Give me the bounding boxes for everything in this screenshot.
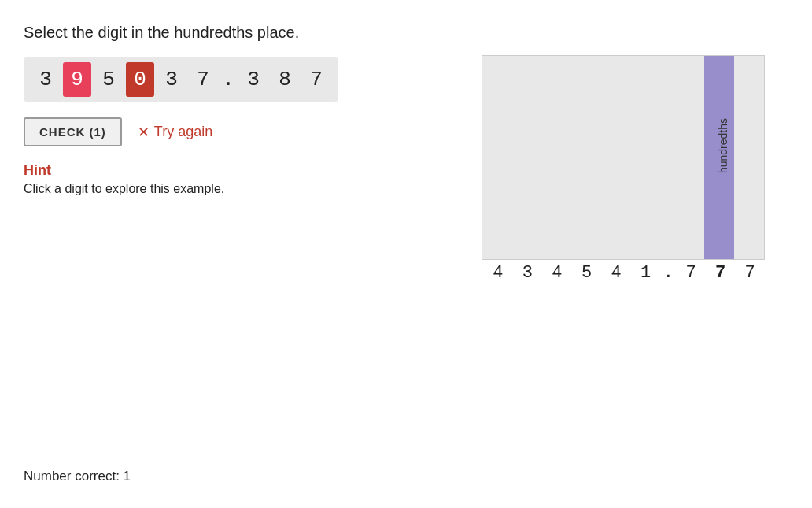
digit-8[interactable]: 8 xyxy=(271,62,299,97)
digit-7-2[interactable]: 7 xyxy=(302,62,330,97)
chart-dot: . xyxy=(660,263,676,283)
chart-d3: 4 xyxy=(542,263,572,283)
digit-5[interactable]: 5 xyxy=(94,62,123,97)
chart-d7: 7 xyxy=(676,263,706,283)
chart-d9: 7 xyxy=(735,263,765,283)
chart-numbers: 4 3 4 5 4 1 . 7 7 7 xyxy=(482,263,765,283)
try-again-section: ✕ Try again xyxy=(138,124,212,141)
try-again-label[interactable]: Try again xyxy=(154,124,212,140)
chart-bar-label: hundredths xyxy=(717,118,729,173)
digit-9[interactable]: 9 xyxy=(63,62,91,97)
chart-d1: 4 xyxy=(483,263,513,283)
check-button[interactable]: CHECK (1) xyxy=(24,117,122,146)
instruction-text: Select the digit in the hundredths place… xyxy=(24,24,788,42)
chart-d4: 5 xyxy=(572,263,602,283)
number-display: 3 9 5 0 3 7 . 3 8 7 xyxy=(24,57,338,102)
digit-3-3[interactable]: 3 xyxy=(239,62,268,97)
digit-7-1[interactable]: 7 xyxy=(189,62,217,97)
digit-0[interactable]: 0 xyxy=(126,62,154,97)
digit-3-1[interactable]: 3 xyxy=(31,62,60,97)
chart-d2: 3 xyxy=(513,263,543,283)
chart-area: hundredths xyxy=(482,55,765,260)
chart-d5: 4 xyxy=(601,263,631,283)
chart-d8-highlighted: 7 xyxy=(706,263,736,283)
right-panel: hundredths 4 3 4 5 4 1 . 7 7 7 xyxy=(482,55,765,283)
decimal-point: . xyxy=(220,62,236,97)
number-correct: Number correct: 1 xyxy=(24,469,131,484)
x-icon: ✕ xyxy=(138,124,149,141)
digit-3-2[interactable]: 3 xyxy=(157,62,186,97)
chart-d6: 1 xyxy=(631,263,661,283)
